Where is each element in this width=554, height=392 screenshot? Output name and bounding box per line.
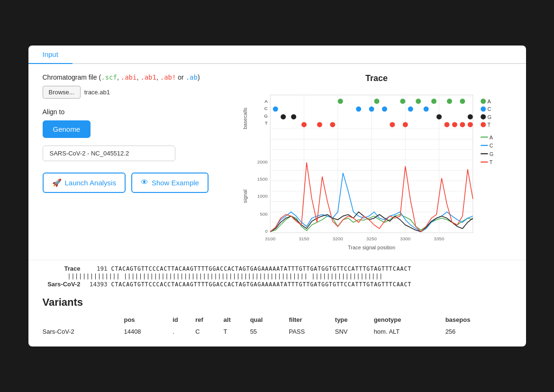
svg-point-46 [330, 122, 335, 127]
svg-text:C: C [487, 106, 491, 112]
match-row: |||||||||||||| |||||||||||||||||||||||||… [43, 273, 512, 280]
trace-row-pos: 191 [86, 265, 108, 272]
svg-point-47 [390, 122, 395, 127]
svg-point-49 [444, 122, 449, 127]
trace-row-seq: CTACAGTGTTCCCACTTACAAGTTTTGGACCACTAGTGAG… [111, 265, 412, 272]
svg-point-39 [423, 106, 428, 111]
chart-area: basecalls signal [242, 87, 512, 255]
row-genotype: hom. ALT [374, 326, 445, 337]
row-ref: C [195, 326, 223, 337]
svg-text:T: T [489, 159, 492, 165]
svg-point-38 [408, 106, 413, 111]
svg-text:3100: 3100 [265, 236, 275, 241]
right-panel: Trace basecalls signal [242, 73, 512, 255]
col-basepos: basepos [445, 314, 512, 326]
svg-text:500: 500 [260, 211, 268, 216]
col-pos: pos [124, 314, 173, 326]
svg-text:A: A [264, 98, 268, 103]
svg-point-44 [301, 122, 307, 127]
col-id: id [173, 314, 195, 326]
svg-point-51 [460, 122, 465, 127]
svg-text:2000: 2000 [257, 159, 267, 164]
svg-point-30 [416, 99, 421, 104]
eye-icon: 👁 [141, 178, 148, 187]
svg-point-52 [467, 122, 472, 127]
svg-point-33 [460, 99, 465, 104]
svg-text:0: 0 [265, 228, 268, 234]
tab-bar: Input [28, 46, 526, 64]
svg-text:G: G [487, 114, 491, 119]
svg-text:3250: 3250 [366, 236, 377, 241]
ext-ab: .ab [186, 73, 198, 81]
chromatogram-label: Chromatogram file (.scf, .abi, .ab1, .ab… [43, 73, 223, 81]
svg-text:A: A [487, 99, 491, 104]
tab-input[interactable]: Input [28, 46, 73, 64]
col-qual: qual [250, 314, 289, 326]
ext-abl: .ab! [160, 73, 176, 81]
variants-table: pos id ref alt qual filter type genotype… [43, 314, 512, 337]
svg-text:G: G [489, 151, 493, 156]
row-source: Sars-CoV-2 [43, 326, 124, 337]
svg-text:3150: 3150 [299, 236, 309, 241]
variants-title: Variants [43, 296, 512, 309]
table-row: Sars-CoV-2 14408 . C T 55 PASS SNV hom. … [43, 326, 512, 337]
svg-point-29 [400, 99, 405, 104]
sars-alignment-row: Sars-CoV-2 14393 CTACAGTGTTCCCACCTACAAGT… [43, 281, 512, 288]
svg-text:3300: 3300 [400, 236, 410, 241]
svg-text:1500: 1500 [257, 176, 267, 182]
svg-text:T: T [487, 122, 490, 128]
svg-point-27 [337, 99, 343, 104]
rocket-icon: 🚀 [52, 178, 62, 187]
col-filter: filter [289, 314, 335, 326]
svg-point-37 [381, 106, 387, 111]
file-input-row: Browse... trace.ab1 [43, 86, 223, 99]
row-qual: 55 [250, 326, 289, 337]
svg-text:T: T [264, 120, 267, 126]
svg-point-43 [467, 114, 472, 119]
row-pos: 14408 [124, 326, 173, 337]
svg-point-45 [317, 122, 322, 127]
genome-button[interactable]: Genome [43, 120, 91, 138]
svg-point-50 [452, 122, 457, 127]
svg-point-60 [481, 99, 486, 104]
col-source [43, 314, 124, 326]
svg-point-31 [431, 99, 436, 104]
variants-section: Variants pos id ref alt qual filter type… [28, 296, 526, 337]
row-filter: PASS [289, 326, 335, 337]
row-type: SNV [335, 326, 374, 337]
trace-alignment-row: Trace 191 CTACAGTGTTCCCACTTACAAGTTTTGGAC… [43, 265, 512, 272]
browse-button[interactable]: Browse... [43, 86, 81, 99]
col-alt: alt [224, 314, 250, 326]
col-ref: ref [195, 314, 223, 326]
action-buttons: 🚀 Launch Analysis 👁 Show Example [43, 173, 223, 193]
svg-text:basecalls: basecalls [242, 107, 247, 129]
svg-point-34 [272, 106, 278, 111]
svg-text:Trace signal position: Trace signal position [348, 245, 395, 250]
svg-text:3350: 3350 [434, 236, 444, 241]
chart-title: Trace [242, 73, 512, 83]
show-example-label: Show Example [152, 179, 199, 187]
align-to-label: Align to [43, 108, 223, 116]
row-basepos: 256 [445, 326, 512, 337]
svg-point-28 [374, 99, 379, 104]
svg-point-64 [481, 114, 486, 119]
genome-select[interactable]: SARS-CoV-2 - NC_045512.2 [43, 146, 175, 161]
row-alt: T [224, 326, 250, 337]
show-example-button[interactable]: 👁 Show Example [131, 173, 209, 193]
ext-ab1: .ab1 [140, 73, 156, 81]
svg-point-36 [369, 106, 374, 111]
svg-text:3200: 3200 [332, 236, 343, 241]
sars-row-pos: 14393 [86, 281, 108, 288]
svg-text:signal: signal [242, 189, 247, 203]
svg-point-40 [281, 114, 286, 119]
svg-point-35 [356, 106, 361, 111]
col-type: type [335, 314, 374, 326]
match-bars: |||||||||||||| |||||||||||||||||||||||||… [68, 273, 383, 280]
col-genotype: genotype [374, 314, 445, 326]
svg-text:C: C [264, 106, 267, 111]
svg-point-42 [436, 114, 442, 119]
launch-analysis-button[interactable]: 🚀 Launch Analysis [43, 173, 126, 193]
svg-point-66 [481, 122, 486, 127]
row-id: . [173, 326, 195, 337]
svg-text:G: G [264, 113, 268, 118]
